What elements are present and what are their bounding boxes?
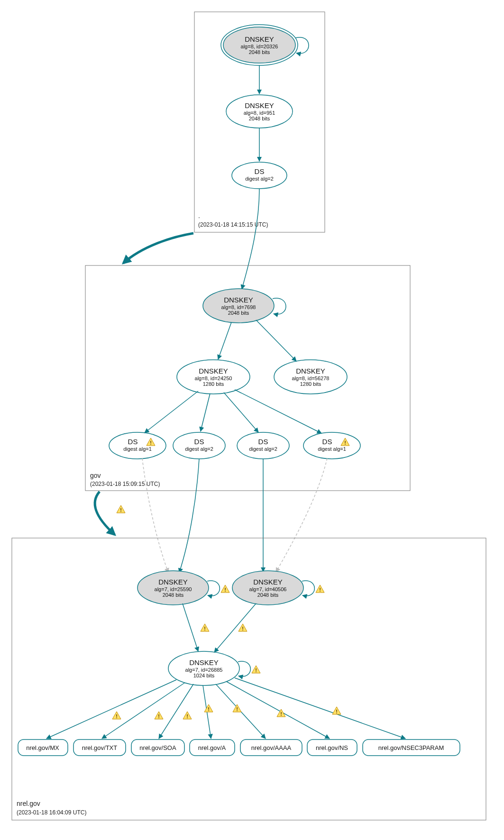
svg-text:nrel.gov/NSEC3PARAM: nrel.gov/NSEC3PARAM [378,744,444,751]
svg-text:DS: DS [258,438,268,446]
rr-aaaa: nrel.gov/AAAA [240,740,302,756]
svg-text:alg=8, id=24250: alg=8, id=24250 [195,375,232,381]
svg-text:DNSKEY: DNSKEY [224,296,253,304]
rr-a: nrel.gov/A [190,740,235,756]
svg-text:DS: DS [194,438,204,446]
svg-text:DNSKEY: DNSKEY [245,35,274,43]
node-root-ksk: DNSKEY alg=8, id=20326 2048 bits [221,25,309,65]
svg-text:alg=8, id=56278: alg=8, id=56278 [292,375,330,381]
node-root-zsk: DNSKEY alg=8, id=951 2048 bits [226,95,293,128]
svg-text:digest alg=1: digest alg=1 [123,446,152,452]
zone-root-timestamp: (2023-01-18 14:15:15 UTC) [198,221,268,228]
zone-gov-timestamp: (2023-01-18 15:09:15 UTC) [90,481,160,487]
svg-text:digest alg=2: digest alg=2 [185,446,213,452]
node-gov-ds2: DS digest alg=2 [173,432,225,459]
svg-text:digest alg=2: digest alg=2 [249,446,277,452]
svg-text:alg=8, id=7698: alg=8, id=7698 [221,304,256,310]
zone-gov: gov (2023-01-18 15:09:15 UTC) DNSKEY alg… [85,265,410,491]
svg-text:DNSKEY: DNSKEY [189,658,219,667]
zone-nrel-name: nrel.gov [17,800,40,807]
edge-delegation-gov-nrel [95,492,115,535]
svg-text:DNSKEY: DNSKEY [199,367,228,375]
rr-ns: nrel.gov/NS [307,740,357,756]
svg-text:DNSKEY: DNSKEY [253,578,283,586]
svg-text:nrel.gov/NS: nrel.gov/NS [316,744,348,751]
svg-text:nrel.gov/MX: nrel.gov/MX [26,744,59,751]
zone-nrel-timestamp: (2023-01-18 16:04:09 UTC) [17,809,86,816]
node-nrel-ksk1: DNSKEY alg=7, id=25590 2048 bits [137,571,229,605]
svg-text:2048 bits: 2048 bits [228,310,249,316]
zone-root-name: . [198,212,200,219]
svg-point-30 [173,432,225,459]
zone-root: . (2023-01-18 14:15:15 UTC) DNSKEY alg=8… [194,12,325,232]
svg-point-33 [237,432,289,459]
svg-text:DS: DS [322,438,332,446]
svg-point-27 [109,432,166,459]
rr-mx: nrel.gov/MX [18,740,68,756]
zone-nrel: nrel.gov (2023-01-18 16:04:09 UTC) DNSKE… [12,538,486,820]
rr-soa: nrel.gov/SOA [131,740,184,756]
svg-text:nrel.gov/TXT: nrel.gov/TXT [82,744,117,751]
warn-delegation-icon [117,505,125,513]
node-gov-ds4: DS digest alg=1 [303,432,360,459]
edge-root-ds-gov-ksk [242,189,259,289]
svg-text:DNSKEY: DNSKEY [245,101,274,110]
dnssec-graph: ! . (2023-01-18 14:15:15 UTC) DNSKEY alg… [0,0,504,840]
svg-text:alg=8, id=20326: alg=8, id=20326 [241,44,278,49]
edge-delegation-root-gov [123,233,193,263]
svg-text:DS: DS [255,167,265,175]
node-gov-zsk: DNSKEY alg=8, id=24250 1280 bits [177,360,250,394]
svg-text:1280 bits: 1280 bits [300,381,321,387]
node-nrel-zsk: DNSKEY alg=7, id=26885 1024 bits [168,651,260,685]
svg-text:DNSKEY: DNSKEY [296,367,325,375]
svg-text:alg=8, id=951: alg=8, id=951 [244,110,275,116]
zone-gov-name: gov [90,472,101,479]
rrset-row: nrel.gov/MX nrel.gov/TXT nrel.gov/SOA nr… [18,740,460,756]
node-gov-zsk2: DNSKEY alg=8, id=56278 1280 bits [274,360,347,394]
node-root-ds: DS digest alg=2 [232,162,287,189]
svg-text:nrel.gov/SOA: nrel.gov/SOA [139,744,176,751]
svg-text:1024 bits: 1024 bits [193,673,215,678]
svg-text:2048 bits: 2048 bits [163,592,184,598]
svg-text:alg=7, id=25590: alg=7, id=25590 [155,586,192,592]
node-gov-ds1: DS digest alg=1 [109,432,166,459]
svg-text:digest alg=2: digest alg=2 [245,176,274,182]
rr-txt: nrel.gov/TXT [73,740,126,756]
svg-text:1280 bits: 1280 bits [203,381,224,387]
svg-text:DS: DS [128,438,138,446]
svg-text:2048 bits: 2048 bits [257,592,279,598]
node-gov-ksk: DNSKEY alg=8, id=7698 2048 bits [203,289,286,323]
rr-nsec3param: nrel.gov/NSEC3PARAM [363,740,460,756]
svg-text:2048 bits: 2048 bits [249,49,270,55]
svg-text:2048 bits: 2048 bits [249,116,270,121]
svg-text:nrel.gov/A: nrel.gov/A [198,744,226,751]
svg-text:digest alg=1: digest alg=1 [318,446,346,452]
svg-text:DNSKEY: DNSKEY [158,578,188,586]
svg-point-36 [303,432,360,459]
svg-text:nrel.gov/AAAA: nrel.gov/AAAA [251,744,292,751]
node-gov-ds3: DS digest alg=2 [237,432,289,459]
svg-text:alg=7, id=26885: alg=7, id=26885 [185,667,223,673]
node-nrel-ksk2: DNSKEY alg=7, id=40506 2048 bits [232,571,324,605]
svg-text:alg=7, id=40506: alg=7, id=40506 [249,586,287,592]
svg-point-11 [232,162,287,189]
